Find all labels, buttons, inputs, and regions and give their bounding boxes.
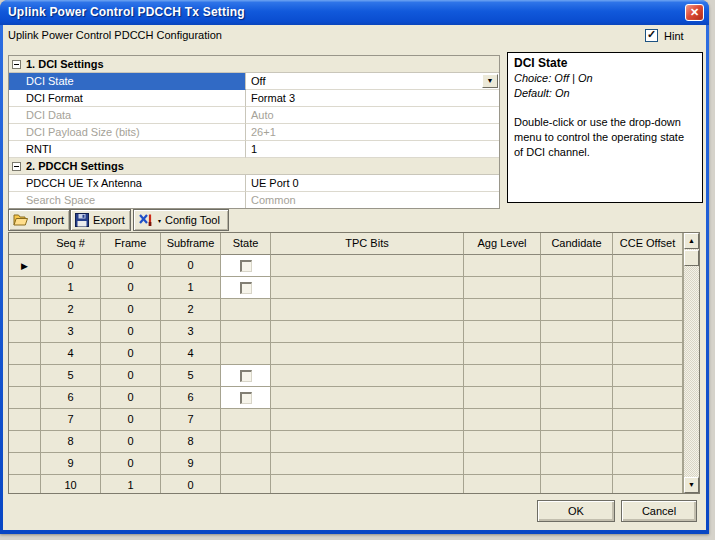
cell-tpc-bits[interactable] — [271, 277, 464, 299]
row-selector-cell[interactable] — [9, 453, 41, 475]
cell-candidate[interactable] — [541, 277, 613, 299]
grid-row[interactable]: 606 — [9, 387, 683, 409]
cell-seq[interactable]: 4 — [41, 343, 101, 365]
cell-frame[interactable]: 0 — [101, 277, 161, 299]
cell-candidate[interactable] — [541, 453, 613, 475]
cell-subframe[interactable]: 6 — [161, 387, 221, 409]
cell-seq[interactable]: 9 — [41, 453, 101, 475]
cell-frame[interactable]: 0 — [101, 365, 161, 387]
cell-agg-level[interactable] — [464, 365, 541, 387]
cell-agg-level[interactable] — [464, 387, 541, 409]
grid-header-cell[interactable]: TPC Bits — [271, 233, 464, 255]
cell-frame[interactable]: 0 — [101, 453, 161, 475]
grid-header-cell[interactable]: CCE Offset — [613, 233, 683, 255]
cell-candidate[interactable] — [541, 475, 613, 493]
import-button[interactable]: Import — [8, 209, 70, 231]
cell-seq[interactable]: 10 — [41, 475, 101, 493]
cell-cce-offset[interactable] — [613, 453, 683, 475]
property-value[interactable]: Common — [246, 192, 499, 209]
cell-state[interactable] — [221, 255, 271, 277]
grid-header-cell[interactable]: Subframe — [161, 233, 221, 255]
cell-subframe[interactable]: 4 — [161, 343, 221, 365]
cell-cce-offset[interactable] — [613, 431, 683, 453]
property-group-row[interactable]: 1. DCI Settings — [9, 56, 499, 73]
collapse-icon[interactable] — [12, 60, 21, 69]
property-value[interactable]: UE Port 0 — [246, 175, 499, 192]
ok-button[interactable]: OK — [537, 500, 615, 522]
export-button[interactable]: Export — [70, 209, 131, 231]
grid-scrollbar[interactable]: ▲ ▼ — [683, 233, 699, 493]
grid-header-cell[interactable]: Seq # — [41, 233, 101, 255]
cell-state[interactable] — [221, 431, 271, 453]
property-row[interactable]: RNTI1 — [9, 141, 499, 158]
cell-agg-level[interactable] — [464, 431, 541, 453]
grid-row[interactable]: 303 — [9, 321, 683, 343]
property-row[interactable]: DCI Payload Size (bits)26+1 — [9, 124, 499, 141]
cell-seq[interactable]: 8 — [41, 431, 101, 453]
cell-state[interactable] — [221, 409, 271, 431]
collapse-icon[interactable] — [12, 162, 21, 171]
cell-seq[interactable]: 6 — [41, 387, 101, 409]
cell-subframe[interactable]: 2 — [161, 299, 221, 321]
row-selector-cell[interactable] — [9, 299, 41, 321]
cell-agg-level[interactable] — [464, 453, 541, 475]
row-selector-cell[interactable] — [9, 321, 41, 343]
cell-state[interactable] — [221, 343, 271, 365]
cell-candidate[interactable] — [541, 343, 613, 365]
cell-frame[interactable]: 0 — [101, 343, 161, 365]
cell-subframe[interactable]: 1 — [161, 277, 221, 299]
config-tool-button[interactable]: ▾ Config Tool — [133, 209, 229, 231]
state-checkbox[interactable] — [240, 282, 252, 294]
cell-subframe[interactable]: 5 — [161, 365, 221, 387]
cell-subframe[interactable]: 7 — [161, 409, 221, 431]
property-value[interactable]: 26+1 — [246, 124, 499, 141]
cell-seq[interactable]: 1 — [41, 277, 101, 299]
property-group-row[interactable]: 2. PDCCH Settings — [9, 158, 499, 175]
cancel-button[interactable]: Cancel — [621, 500, 697, 522]
row-selector-cell[interactable]: ▶ — [9, 255, 41, 277]
row-selector-cell[interactable] — [9, 277, 41, 299]
property-value[interactable]: 1 — [246, 141, 499, 158]
row-selector-cell[interactable] — [9, 409, 41, 431]
cell-subframe[interactable]: 0 — [161, 255, 221, 277]
scroll-down-button[interactable]: ▼ — [684, 477, 699, 493]
cell-tpc-bits[interactable] — [271, 343, 464, 365]
cell-agg-level[interactable] — [464, 277, 541, 299]
cell-candidate[interactable] — [541, 409, 613, 431]
close-button[interactable]: ✕ — [685, 4, 704, 21]
cell-agg-level[interactable] — [464, 409, 541, 431]
cell-tpc-bits[interactable] — [271, 475, 464, 493]
cell-cce-offset[interactable] — [613, 409, 683, 431]
property-row[interactable]: Search SpaceCommon — [9, 192, 499, 209]
cell-cce-offset[interactable] — [613, 387, 683, 409]
state-checkbox[interactable] — [240, 260, 252, 272]
cell-tpc-bits[interactable] — [271, 431, 464, 453]
property-row[interactable]: DCI FormatFormat 3 — [9, 90, 499, 107]
state-checkbox[interactable] — [240, 392, 252, 404]
cell-agg-level[interactable] — [464, 321, 541, 343]
cell-state[interactable] — [221, 277, 271, 299]
cell-state[interactable] — [221, 321, 271, 343]
cell-tpc-bits[interactable] — [271, 299, 464, 321]
cell-agg-level[interactable] — [464, 343, 541, 365]
cell-tpc-bits[interactable] — [271, 387, 464, 409]
grid-row[interactable]: 808 — [9, 431, 683, 453]
row-selector-cell[interactable] — [9, 475, 41, 493]
grid-row[interactable]: 202 — [9, 299, 683, 321]
row-selector-cell[interactable] — [9, 387, 41, 409]
cell-candidate[interactable] — [541, 321, 613, 343]
grid-row[interactable]: 1010 — [9, 475, 683, 493]
cell-candidate[interactable] — [541, 255, 613, 277]
grid-row[interactable]: 101 — [9, 277, 683, 299]
cell-state[interactable] — [221, 299, 271, 321]
cell-seq[interactable]: 0 — [41, 255, 101, 277]
cell-seq[interactable]: 7 — [41, 409, 101, 431]
property-value[interactable]: Auto — [246, 107, 499, 124]
cell-candidate[interactable] — [541, 365, 613, 387]
cell-tpc-bits[interactable] — [271, 453, 464, 475]
property-row[interactable]: DCI StateOff▼ — [9, 73, 499, 90]
cell-subframe[interactable]: 0 — [161, 475, 221, 493]
cell-frame[interactable]: 0 — [101, 431, 161, 453]
grid-row[interactable]: 909 — [9, 453, 683, 475]
cell-cce-offset[interactable] — [613, 343, 683, 365]
